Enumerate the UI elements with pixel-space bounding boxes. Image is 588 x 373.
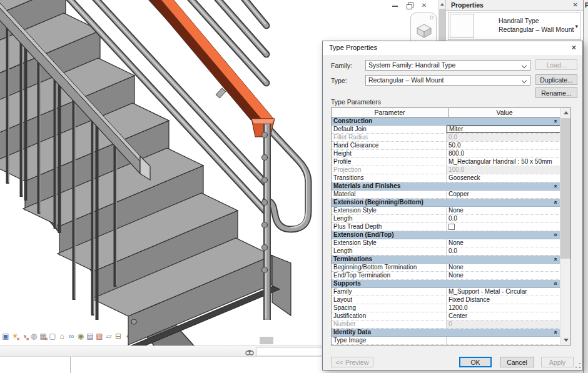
section-row-construction[interactable]: Construction«	[332, 117, 560, 126]
family-dropdown[interactable]: System Family: Handrail Type	[365, 60, 530, 71]
scroll-up-icon[interactable]	[440, 3, 444, 6]
param-value[interactable]: M_Rectangular Handrail : 50 x 50mm	[447, 158, 560, 166]
binoculars-icon[interactable]	[245, 349, 254, 356]
show-crop-region-icon[interactable]: ▢	[48, 331, 57, 341]
cancel-button[interactable]: Cancel	[500, 357, 534, 367]
param-value[interactable]: Center	[447, 312, 560, 320]
navbar-options-icon[interactable]	[430, 16, 433, 19]
param-row-hand-clearance[interactable]: Hand Clearance50.0	[332, 142, 560, 150]
param-row-profile[interactable]: ProfileM_Rectangular Handrail : 50 x 50m…	[332, 158, 560, 166]
param-row-layout[interactable]: LayoutFixed Distance	[332, 296, 560, 304]
type-dropdown[interactable]: Rectangular – Wall Mount	[365, 75, 530, 86]
status-search-input[interactable]	[256, 347, 325, 356]
section-row-extension-beginning-bottom[interactable]: Extension (Beginning/Bottom)«	[332, 199, 560, 207]
crop-view-icon[interactable]: ▦✕	[39, 331, 48, 341]
param-row-material[interactable]: MaterialCopper	[332, 191, 560, 199]
horizontal-scrollbar-thumb[interactable]	[260, 337, 273, 344]
param-row-justification[interactable]: JustificationCenter	[332, 312, 560, 321]
show-analytical-model-icon[interactable]: ▨	[95, 331, 104, 341]
parameter-column-header[interactable]: Parameter	[332, 108, 449, 117]
restore-icon[interactable]	[406, 2, 413, 9]
properties-panel-title[interactable]: Properties ✕	[446, 0, 583, 11]
type-parameters-table: Parameter Value Construction«Default Joi…	[331, 107, 571, 346]
visual-style-icon[interactable]: ▣	[1, 331, 10, 341]
param-value[interactable]: Miter	[447, 126, 560, 133]
clipped-panel-title: Pr	[585, 1, 588, 9]
param-name: Hand Clearance	[332, 142, 447, 149]
reveal-constraints-icon[interactable]: ⊟	[114, 331, 123, 341]
param-row-end-top-termination[interactable]: End/Top TerminationNone	[332, 272, 560, 280]
revit-application-window: ✕ ▣☀✕◑✕◍▦✕▢⌂∞◉▤▨▱⊟‹	[0, 0, 588, 373]
close-view-icon[interactable]: ✕	[420, 2, 428, 9]
table-scrollbar[interactable]	[560, 108, 570, 345]
section-row-terminations[interactable]: Terminations«	[332, 256, 560, 264]
section-row-materials-and-finishes[interactable]: Materials and Finishes«	[332, 182, 560, 191]
checkbox[interactable]	[449, 224, 455, 230]
reveal-hidden-elements-icon[interactable]: ◉	[76, 331, 85, 341]
expand-view-control-bar-icon[interactable]: ‹	[123, 331, 132, 341]
collapse-section-icon[interactable]: «	[552, 201, 559, 204]
param-row-length[interactable]: Length0.0	[332, 215, 560, 223]
scroll-down-icon[interactable]	[564, 339, 569, 342]
param-value[interactable]: None	[447, 264, 560, 271]
rename-button[interactable]: Rename...	[535, 87, 577, 98]
close-dialog-icon[interactable]: ✕	[571, 44, 577, 52]
param-value[interactable]: Fixed Distance	[447, 296, 560, 304]
param-row-transitions[interactable]: TransitionsGooseneck	[332, 174, 560, 182]
sun-path-icon[interactable]: ☀✕	[11, 331, 19, 341]
param-value[interactable]: 800.0	[447, 150, 560, 157]
param-value[interactable]: 50.0	[447, 142, 560, 149]
close-panel-icon[interactable]: ✕	[573, 1, 578, 8]
show-rendering-dialog-icon[interactable]: ◍	[29, 331, 38, 341]
param-value[interactable]: 1200.0	[447, 304, 560, 312]
param-value[interactable]	[447, 337, 560, 344]
param-row-family[interactable]: FamilyM_Support - Metal - Circular	[332, 288, 560, 296]
collapse-section-icon[interactable]: «	[552, 119, 559, 123]
temporary-view-properties-icon[interactable]: ▤	[86, 331, 94, 341]
handrail-wall-support	[216, 88, 225, 98]
temporary-hide-isolate-icon[interactable]: ∞	[67, 331, 76, 341]
section-row-supports[interactable]: Supports«	[332, 280, 560, 288]
minimize-icon[interactable]	[392, 2, 399, 9]
param-value[interactable]: Copper	[447, 191, 560, 198]
param-value[interactable]: None	[447, 272, 560, 279]
steering-wheel-cube-icon[interactable]	[416, 23, 432, 38]
section-row-identity-data[interactable]: Identity Data«	[332, 329, 560, 337]
value-column-header[interactable]: Value	[449, 108, 560, 117]
param-row-spacing[interactable]: Spacing1200.0	[332, 304, 560, 312]
param-row-length[interactable]: Length0.0	[332, 247, 560, 256]
resize-grip[interactable]	[575, 362, 581, 369]
duplicate-button[interactable]: Duplicate...	[535, 74, 577, 85]
param-value[interactable]: Gooseneck	[447, 174, 560, 182]
param-row-default-join[interactable]: Default JoinMiter	[332, 126, 560, 134]
chevron-down-icon[interactable]: ▾	[575, 23, 578, 29]
type-selector-dropdown[interactable]: Handrail Type Rectangular – Wall Mount ▾	[448, 12, 581, 40]
dialog-title-bar[interactable]: Type Properties ✕	[323, 41, 582, 55]
param-value[interactable]	[447, 223, 560, 231]
param-value[interactable]: 0.0	[447, 215, 560, 222]
scrollbar-thumb[interactable]	[560, 118, 570, 259]
param-row-plus-tread-depth[interactable]: Plus Tread Depth	[332, 223, 560, 231]
param-value[interactable]: None	[447, 207, 560, 214]
collapse-section-icon[interactable]: «	[552, 331, 559, 334]
param-row-type-image[interactable]: Type Image	[332, 337, 560, 345]
param-row-height[interactable]: Height800.0	[332, 150, 560, 158]
collapse-section-icon[interactable]: «	[552, 233, 559, 237]
collapse-section-icon[interactable]: «	[552, 257, 559, 261]
load-button: Load...	[535, 59, 577, 70]
param-row-beginning-bottom-termination[interactable]: Beginning/Bottom TerminationNone	[332, 264, 560, 272]
section-row-extension-end-top[interactable]: Extension (End/Top)«	[332, 231, 560, 239]
param-value[interactable]: 0.0	[447, 247, 560, 255]
param-value[interactable]: M_Support - Metal - Circular	[447, 288, 560, 296]
param-row-extension-style[interactable]: Extension StyleNone	[332, 239, 560, 247]
param-name: Material	[332, 191, 447, 198]
param-row-extension-style[interactable]: Extension StyleNone	[332, 207, 560, 215]
shadows-icon[interactable]: ◑✕	[20, 331, 29, 341]
collapse-section-icon[interactable]: «	[552, 282, 559, 286]
param-value[interactable]: None	[447, 239, 560, 247]
collapse-section-icon[interactable]: «	[552, 184, 559, 188]
scroll-up-icon[interactable]	[564, 111, 569, 114]
highlight-displacement-sets-icon[interactable]: ▱	[104, 331, 113, 341]
ok-button[interactable]: OK	[459, 357, 492, 367]
unlocked-3d-view-icon[interactable]: ⌂	[58, 331, 66, 341]
